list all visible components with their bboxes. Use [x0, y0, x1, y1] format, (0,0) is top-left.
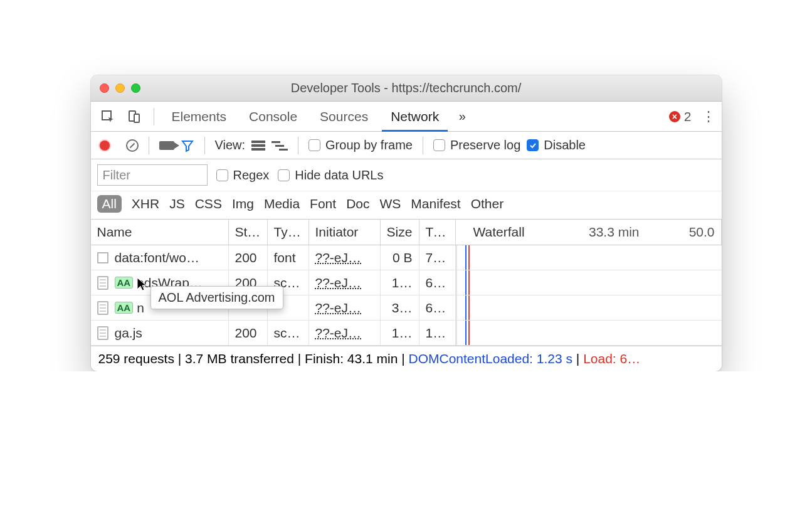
- type-js[interactable]: JS: [169, 196, 185, 211]
- error-icon: ×: [669, 111, 680, 122]
- overview-icon[interactable]: [272, 140, 288, 151]
- file-icon: [97, 276, 108, 290]
- more-tabs-icon[interactable]: »: [453, 109, 472, 124]
- inspect-element-icon[interactable]: [97, 106, 119, 127]
- window-titlebar: Developer Tools - https://techcrunch.com…: [91, 75, 722, 102]
- separator: [149, 137, 149, 154]
- type-media[interactable]: Media: [264, 196, 300, 211]
- cell-size: 1…: [381, 270, 419, 295]
- product-badge: AA: [115, 302, 134, 314]
- grid-header: Name St… Ty… Initiator Size Ti… Waterfal…: [91, 220, 722, 245]
- disable-cache-checkbox[interactable]: Disable: [527, 138, 586, 152]
- summary-requests: 259 requests: [98, 351, 174, 366]
- hide-data-urls-checkbox[interactable]: Hide data URLs: [278, 168, 383, 183]
- waterfall-label: Waterfall: [462, 225, 525, 240]
- file-icon: [97, 301, 108, 315]
- disable-cache-label: Disable: [544, 138, 586, 152]
- regex-label: Regex: [233, 168, 270, 183]
- cell-waterfall: [456, 245, 722, 270]
- type-manifest[interactable]: Manifest: [411, 196, 460, 211]
- settings-menu-icon[interactable]: ⋮: [702, 109, 715, 125]
- cell-time: 7…: [419, 245, 456, 270]
- group-by-frame-label: Group by frame: [325, 138, 413, 152]
- col-waterfall[interactable]: Waterfall 33.3 min 50.0: [456, 220, 722, 245]
- file-icon: [97, 326, 108, 340]
- cell-size: 3…: [381, 295, 419, 320]
- cell-status: 200: [229, 321, 268, 345]
- col-initiator[interactable]: Initiator: [309, 220, 381, 245]
- hide-data-urls-label: Hide data URLs: [295, 168, 383, 183]
- separator: [298, 137, 298, 154]
- devtools-tabbar: Elements Console Sources Network » × 2 ⋮: [91, 102, 722, 132]
- preserve-log-checkbox[interactable]: Preserve log: [433, 138, 520, 152]
- cell-type: font: [268, 245, 309, 270]
- filter-input[interactable]: [97, 164, 208, 186]
- type-doc[interactable]: Doc: [346, 196, 369, 211]
- resource-icon: [97, 252, 108, 263]
- svg-rect-5: [251, 148, 265, 151]
- large-rows-icon[interactable]: [251, 140, 265, 151]
- separator: [423, 137, 423, 154]
- table-row[interactable]: ga.js200sc…??-eJ…1…1…: [91, 321, 722, 346]
- record-button[interactable]: [100, 141, 110, 151]
- type-font[interactable]: Font: [310, 196, 336, 211]
- type-ws[interactable]: WS: [380, 196, 401, 211]
- waterfall-tick-1: 33.3 min: [589, 225, 640, 240]
- device-mode-icon[interactable]: [124, 106, 145, 127]
- waterfall-tick-2: 50.0: [689, 225, 715, 240]
- type-all[interactable]: All: [97, 195, 122, 213]
- request-name: ga.js: [115, 326, 142, 341]
- filter-toggle-icon[interactable]: [181, 139, 194, 152]
- preserve-log-label: Preserve log: [450, 138, 520, 152]
- error-count: 2: [684, 109, 692, 124]
- svg-rect-6: [272, 141, 280, 143]
- cell-type: sc…: [268, 321, 309, 345]
- screenshot-icon[interactable]: [159, 141, 174, 150]
- cell-waterfall: [456, 270, 722, 295]
- cell-name: ga.js: [91, 321, 229, 345]
- cell-initiator: ??-eJ…: [309, 270, 381, 295]
- col-time[interactable]: Ti…: [419, 220, 456, 245]
- cursor-icon: [136, 277, 147, 295]
- cell-name: data:font/wo…: [91, 245, 229, 270]
- tab-elements[interactable]: Elements: [163, 102, 236, 131]
- tab-network[interactable]: Network: [382, 102, 448, 131]
- col-size[interactable]: Size: [381, 220, 419, 245]
- cell-initiator: ??-eJ…: [309, 245, 381, 270]
- col-name[interactable]: Name: [91, 220, 229, 245]
- svg-rect-7: [275, 145, 284, 147]
- status-bar: 259 requests | 3.7 MB transferred | Fini…: [91, 346, 722, 371]
- cell-waterfall: [456, 321, 722, 345]
- error-counter[interactable]: × 2: [669, 109, 692, 124]
- group-by-frame-checkbox[interactable]: Group by frame: [308, 138, 413, 152]
- svg-rect-8: [279, 149, 288, 151]
- window-title: Developer Tools - https://techcrunch.com…: [91, 81, 722, 95]
- cell-time: 1…: [419, 321, 456, 345]
- regex-checkbox[interactable]: Regex: [216, 168, 270, 183]
- type-img[interactable]: Img: [232, 196, 254, 211]
- cell-size: 0 B: [381, 245, 419, 270]
- summary-domcontentloaded: DOMContentLoaded: 1.23 s: [408, 351, 572, 366]
- product-badge: AA: [115, 277, 134, 289]
- type-other[interactable]: Other: [471, 196, 504, 211]
- cell-initiator: ??-eJ…: [309, 321, 381, 345]
- clear-button[interactable]: [126, 139, 139, 152]
- view-label: View:: [215, 138, 246, 152]
- type-xhr[interactable]: XHR: [132, 196, 159, 211]
- network-grid: Name St… Ty… Initiator Size Ti… Waterfal…: [91, 220, 722, 346]
- col-status[interactable]: St…: [229, 220, 268, 245]
- type-css[interactable]: CSS: [195, 196, 222, 211]
- filter-bar: Regex Hide data URLs: [91, 159, 722, 191]
- tab-sources[interactable]: Sources: [311, 102, 377, 131]
- devtools-window: Developer Tools - https://techcrunch.com…: [91, 75, 722, 371]
- col-type[interactable]: Ty…: [268, 220, 309, 245]
- table-row[interactable]: data:font/wo…200font??-eJ…0 B7…: [91, 245, 722, 270]
- cell-time: 6…: [419, 295, 456, 320]
- request-name: data:font/wo…: [115, 250, 199, 265]
- summary-finish: Finish: 43.1 min: [305, 351, 398, 366]
- cell-waterfall: [456, 295, 722, 320]
- svg-rect-2: [134, 114, 139, 122]
- svg-rect-4: [251, 144, 265, 147]
- tab-console[interactable]: Console: [240, 102, 306, 131]
- svg-rect-3: [251, 141, 265, 143]
